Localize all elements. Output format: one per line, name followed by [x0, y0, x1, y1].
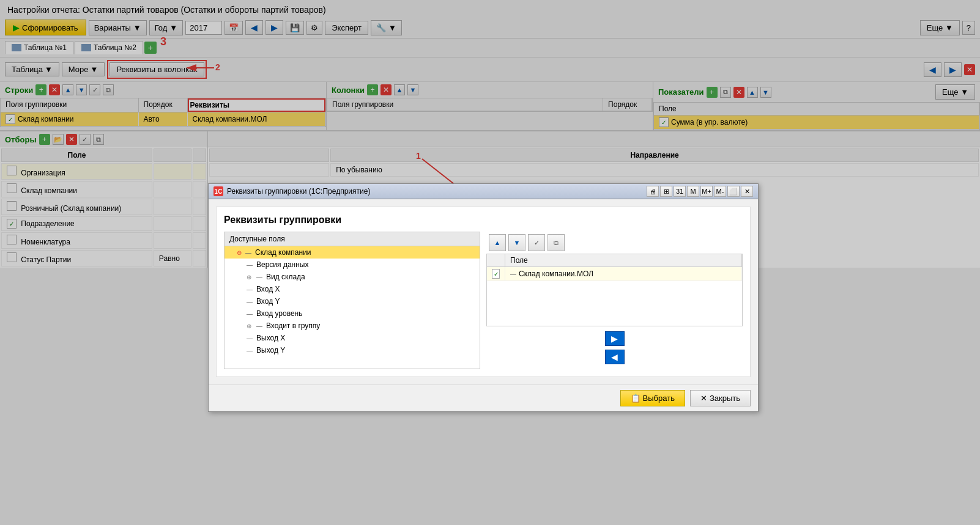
list-item-sklad[interactable]: ⊖ — Склад компании — [225, 246, 480, 259]
modal-app-icon: 1С — [213, 186, 223, 196]
modal-footer: 📋 Выбрать ✕ Закрыть — [209, 384, 758, 411]
modal-panels: Доступные поля ⊖ — Склад компании — Верс… — [224, 232, 743, 369]
modal-right-toolbar: ▲ ▼ ✓ ⧉ — [486, 232, 743, 254]
list-item-vhodit[interactable]: ⊕ — Входит в группу — [225, 320, 480, 332]
modal-mplus-btn[interactable]: M+ — [700, 186, 713, 197]
list-item-vhodx[interactable]: — Вход X — [225, 283, 480, 295]
modal-right-col-check — [487, 254, 505, 266]
modal-controls: 🖨 ⊞ 31 M M+ M- ⬜ ✕ — [647, 186, 753, 197]
modal-left-panel: Доступные поля ⊖ — Склад компании — Верс… — [224, 232, 480, 369]
modal-copy-btn[interactable]: ⧉ — [548, 234, 565, 251]
list-item-vyhodx[interactable]: — Выход X — [225, 332, 480, 344]
minus-icon-vy: — — [247, 298, 253, 305]
minus-icon-mol: — — [510, 271, 516, 277]
modal-left-header: Доступные поля — [225, 232, 480, 246]
minus-icon-vg: — — [256, 323, 262, 329]
modal-right-col-field: Поле — [505, 254, 742, 266]
minus-icon-ex: — — [247, 335, 253, 342]
modal-mid-arrows: ▶ ◀ — [486, 326, 743, 369]
modal-right-checkbox[interactable]: ✓ — [492, 269, 500, 279]
plus-icon-vid: ⊕ — [247, 274, 251, 281]
minus-icon-vu: — — [247, 310, 253, 317]
list-item-vid[interactable]: ⊕ — Вид склада — [225, 271, 480, 283]
modal-up-btn[interactable]: ▲ — [489, 234, 506, 251]
list-item-vyhody[interactable]: — Выход Y — [225, 344, 480, 356]
list-item-vhody[interactable]: — Вход Y — [225, 295, 480, 307]
modal-check-btn[interactable]: ✓ — [528, 234, 545, 251]
minus-icon-sklad: — — [245, 249, 251, 256]
modal-right-row1: ✓ — Склад компании.МОЛ — [487, 267, 742, 281]
modal-down-btn[interactable]: ▼ — [508, 234, 525, 251]
close-button[interactable]: ✕ Закрыть — [690, 390, 751, 406]
modal-heading: Реквизиты группировки — [224, 215, 743, 226]
modal-right-check-cell: ✓ — [487, 267, 505, 281]
modal-content: Реквизиты группировки Доступные поля ⊖ —… — [216, 207, 751, 377]
modal-right-field-cell: — Склад компании.МОЛ — [505, 267, 742, 281]
select-icon: 📋 — [631, 394, 640, 403]
modal-close-btn[interactable]: ✕ — [741, 186, 753, 197]
minus-icon-ver: — — [247, 262, 253, 268]
plus-icon-vg: ⊕ — [247, 323, 251, 329]
modal-left-list: ⊖ — Склад компании — Версия данных ⊕ — — [225, 246, 480, 369]
collapse-icon: ⊖ — [237, 249, 242, 256]
modal-right-area: ▲ ▼ ✓ ⧉ Поле — [486, 232, 743, 369]
modal-body-wrapper: Реквизиты группировки Доступные поля ⊖ —… — [209, 199, 758, 384]
modal-right-header: Поле — [487, 254, 742, 267]
list-item-vhodurov[interactable]: — Вход уровень — [225, 307, 480, 320]
modal-m-btn[interactable]: M — [687, 186, 699, 197]
modal-arrow-right-btn[interactable]: ▶ — [605, 331, 625, 346]
modal-cal-btn[interactable]: 31 — [674, 186, 686, 197]
modal-grid-btn[interactable]: ⊞ — [660, 186, 672, 197]
modal-mminus-btn[interactable]: M- — [714, 186, 726, 197]
modal-titlebar: 1С Реквизиты группировки (1С:Предприятие… — [209, 184, 758, 199]
list-item-version[interactable]: — Версия данных — [225, 259, 480, 271]
modal-arrow-left-btn[interactable]: ◀ — [605, 350, 625, 364]
close-x-icon: ✕ — [700, 394, 707, 403]
modal-title: Реквизиты группировки (1С:Предприятие) — [227, 187, 643, 196]
minus-icon-vid: — — [256, 274, 262, 281]
minus-icon-vx: — — [247, 286, 253, 293]
minus-icon-ey: — — [247, 347, 253, 354]
modal-right-panel: Поле ✓ — Склад компании.МОЛ — [486, 254, 743, 326]
modal-window: 1С Реквизиты группировки (1С:Предприятие… — [208, 183, 759, 412]
select-button[interactable]: 📋 Выбрать — [620, 390, 685, 406]
modal-print-btn[interactable]: 🖨 — [647, 186, 659, 197]
modal-restore-btn[interactable]: ⬜ — [727, 186, 740, 197]
